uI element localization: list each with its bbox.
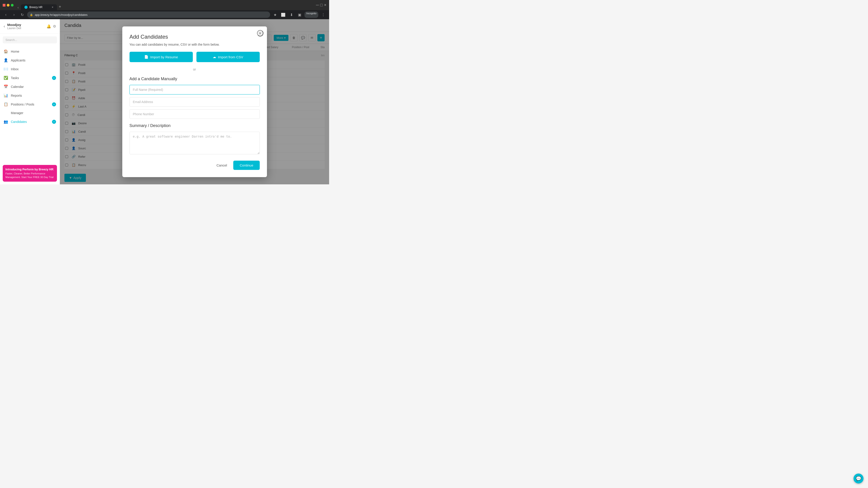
- calendar-icon: 📅: [4, 85, 8, 89]
- or-label: or: [193, 68, 196, 71]
- candidates-badge: +: [52, 120, 56, 124]
- download-button[interactable]: ⬇: [288, 11, 294, 18]
- close-button[interactable]: ×: [324, 3, 327, 7]
- modal-title: Add Candidates: [129, 34, 260, 40]
- sidebar-item-tasks[interactable]: ✅ Tasks +: [0, 73, 60, 82]
- sidebar: ‹ Moodjoy Lauren Dell 🔔 ⚙ Search... 🏠 Ho…: [0, 19, 60, 184]
- browser-tabs: ‹ Breezy HR × +: [16, 0, 63, 10]
- positions-badge: +: [52, 102, 56, 106]
- browser-controls: ‹ › ↻ 🔒 app.breezy.hr/app/c/moodjoy/cand…: [0, 10, 329, 19]
- sidebar-item-positions-pools[interactable]: 📋 Positions / Pools +: [0, 100, 60, 109]
- summary-section-title: Summary / Description: [129, 123, 260, 128]
- inbox-icon: ✉️: [4, 67, 8, 71]
- manager-icon: [4, 111, 8, 115]
- tab-favicon: [24, 6, 28, 9]
- modal-close-button[interactable]: ×: [257, 30, 264, 36]
- notification-icon[interactable]: 🔔: [46, 24, 51, 29]
- summary-textarea[interactable]: [129, 132, 260, 154]
- restore-button[interactable]: □: [320, 3, 323, 7]
- cancel-button[interactable]: Cancel: [213, 161, 231, 169]
- settings-icon[interactable]: ⚙: [53, 24, 56, 29]
- tasks-badge: +: [52, 76, 56, 80]
- sidebar-item-reports[interactable]: 📊 Reports: [0, 91, 60, 100]
- url-text: app.breezy.hr/app/c/moodjoy/candidates: [35, 13, 88, 17]
- main-content: Candida More ▾ 🗑 💬 ✉ +: [60, 19, 329, 184]
- extensions-button[interactable]: ⬜: [280, 11, 286, 18]
- reload-button[interactable]: ↻: [19, 11, 25, 18]
- menu-button[interactable]: ⋮: [320, 11, 327, 18]
- applicants-icon: 👤: [4, 58, 8, 62]
- app-container: ‹ Moodjoy Lauren Dell 🔔 ⚙ Search... 🏠 Ho…: [0, 19, 329, 184]
- address-bar[interactable]: 🔒 app.breezy.hr/app/c/moodjoy/candidates: [27, 11, 270, 18]
- promo-title: Introducing Perform by Breezy HR: [5, 168, 54, 171]
- manual-section-title: Add a Candidate Manually: [129, 76, 260, 81]
- back-button[interactable]: ‹: [3, 11, 9, 18]
- modal-or-divider: or: [129, 68, 260, 71]
- sidebar-label-positions: Positions / Pools: [11, 103, 34, 106]
- modal-footer: Cancel Continue: [129, 161, 260, 170]
- import-resume-button[interactable]: 📄 Import by Resume: [129, 52, 193, 62]
- home-icon: 🏠: [4, 49, 8, 54]
- continue-button[interactable]: Continue: [233, 161, 259, 170]
- csv-icon: ☁: [213, 55, 216, 59]
- sidebar-label-inbox: Inbox: [11, 67, 19, 71]
- tab-close-button[interactable]: ×: [52, 6, 53, 9]
- tab-title: Breezy HR: [29, 6, 42, 9]
- new-tab-button[interactable]: +: [57, 4, 63, 10]
- import-csv-button[interactable]: ☁ Import from CSV: [196, 52, 260, 62]
- sidebar-header-icons: 🔔 ⚙: [46, 24, 56, 29]
- sidebar-back-button[interactable]: ‹: [4, 24, 5, 29]
- candidates-icon: 👥: [4, 120, 8, 124]
- window-close-button[interactable]: [3, 4, 5, 6]
- minimize-button[interactable]: ─: [316, 3, 319, 7]
- window-maximize-button[interactable]: [11, 4, 13, 6]
- modal-subtitle: You can add candidates by resume, CSV or…: [129, 43, 260, 46]
- sidebar-company: Moodjoy Lauren Dell: [7, 23, 44, 30]
- sidebar-label-calendar: Calendar: [11, 85, 24, 89]
- phone-input[interactable]: [129, 109, 260, 119]
- email-input[interactable]: [129, 97, 260, 107]
- positions-icon: 📋: [4, 102, 8, 106]
- prev-tab-button[interactable]: ‹: [16, 5, 21, 10]
- user-name: Lauren Dell: [7, 27, 44, 30]
- window-minimize-button[interactable]: [7, 4, 9, 6]
- search-box[interactable]: Search...: [3, 36, 57, 43]
- sidebar-item-home[interactable]: 🏠 Home: [0, 47, 60, 56]
- resume-icon: 📄: [144, 55, 149, 59]
- browser-chrome: ‹ Breezy HR × + ─ □ ×: [0, 0, 329, 10]
- promo-description: Faster, Cleaner, Better Performance Mana…: [5, 172, 54, 179]
- lock-icon: 🔒: [30, 13, 33, 16]
- sidebar-label-applicants: Applicants: [11, 59, 26, 62]
- close-icon: ×: [259, 31, 261, 36]
- sidebar-item-calendar[interactable]: 📅 Calendar: [0, 82, 60, 91]
- sidebar-label-candidates: Candidates: [11, 120, 27, 124]
- reports-icon: 📊: [4, 93, 8, 98]
- tasks-icon: ✅: [4, 76, 8, 80]
- modal-overlay[interactable]: × Add Candidates You can add candidates …: [60, 19, 329, 184]
- incognito-badge: Incognito: [305, 11, 318, 18]
- sidebar-item-manager[interactable]: Manager: [0, 109, 60, 117]
- forward-button[interactable]: ›: [11, 11, 17, 18]
- import-resume-label: Import by Resume: [150, 55, 178, 59]
- sidebar-label-reports: Reports: [11, 94, 22, 97]
- sidebar-item-candidates[interactable]: 👥 Candidates +: [0, 117, 60, 126]
- browser-actions: ★ ⬜ ⬇ ▣ Incognito ⋮: [272, 11, 327, 18]
- sidebar-label-manager: Manager: [11, 111, 23, 115]
- promo-banner[interactable]: Introducing Perform by Breezy HR Faster,…: [3, 165, 57, 182]
- sidebar-item-inbox[interactable]: ✉️ Inbox: [0, 65, 60, 73]
- sidebar-item-applicants[interactable]: 👤 Applicants: [0, 56, 60, 65]
- screen-button[interactable]: ▣: [296, 11, 303, 18]
- sidebar-label-home: Home: [11, 50, 19, 53]
- sidebar-label-tasks: Tasks: [11, 76, 19, 80]
- add-candidates-modal: × Add Candidates You can add candidates …: [122, 26, 267, 177]
- modal-import-buttons: 📄 Import by Resume ☁ Import from CSV: [129, 52, 260, 62]
- sidebar-header: ‹ Moodjoy Lauren Dell 🔔 ⚙: [0, 19, 60, 34]
- company-name: Moodjoy: [7, 23, 44, 27]
- active-tab[interactable]: Breezy HR ×: [21, 4, 57, 10]
- bookmark-button[interactable]: ★: [272, 11, 278, 18]
- import-csv-label: Import from CSV: [218, 55, 243, 59]
- sidebar-nav: 🏠 Home 👤 Applicants ✉️ Inbox ✅ Tasks + 📅…: [0, 46, 60, 162]
- full-name-input[interactable]: [129, 85, 260, 94]
